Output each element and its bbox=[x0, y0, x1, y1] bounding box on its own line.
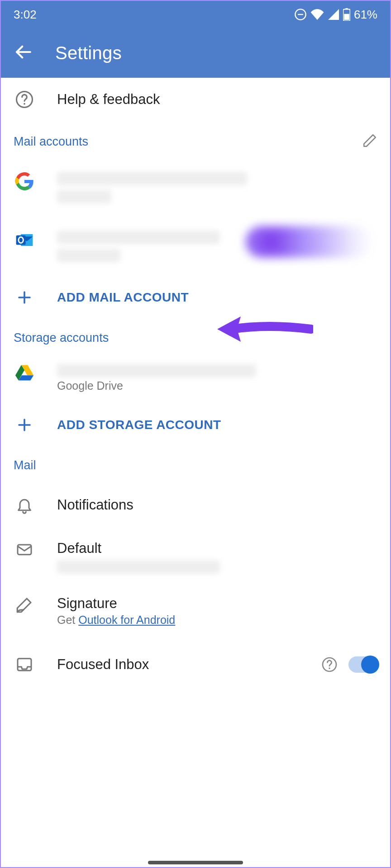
redacted-text bbox=[57, 249, 120, 262]
pencil-icon bbox=[362, 133, 377, 148]
annotation-arrow-icon bbox=[214, 311, 313, 347]
app-bar: Settings bbox=[1, 28, 390, 78]
svg-rect-4 bbox=[344, 14, 349, 20]
mail-account-google[interactable] bbox=[1, 158, 390, 217]
signature-sub: Get Outlook for Android bbox=[57, 613, 377, 627]
google-drive-icon bbox=[15, 364, 34, 381]
do-not-disturb-icon bbox=[294, 8, 307, 21]
signature-row[interactable]: Signature Get Outlook for Android bbox=[1, 585, 390, 637]
drive-sub: Google Drive bbox=[57, 379, 377, 392]
plus-icon bbox=[16, 417, 33, 433]
plus-icon bbox=[16, 289, 33, 306]
redacted-highlight bbox=[245, 226, 372, 258]
storage-account-drive[interactable]: Google Drive bbox=[1, 353, 390, 403]
signature-icon bbox=[15, 595, 34, 614]
help-feedback-row[interactable]: Help & feedback bbox=[1, 78, 390, 121]
focused-inbox-label: Focused Inbox bbox=[57, 656, 300, 673]
bell-icon bbox=[15, 496, 33, 514]
signature-label: Signature bbox=[57, 595, 377, 612]
svg-rect-3 bbox=[345, 8, 348, 9]
redacted-text bbox=[57, 231, 220, 244]
inbox-icon bbox=[15, 656, 33, 674]
svg-point-7 bbox=[24, 103, 25, 105]
redacted-text bbox=[57, 560, 220, 574]
add-storage-account-label: ADD STORAGE ACCOUNT bbox=[57, 418, 377, 432]
status-time: 3:02 bbox=[14, 8, 37, 22]
outlook-icon bbox=[15, 231, 34, 250]
section-storage-accounts: Storage accounts bbox=[1, 319, 390, 353]
status-right: 61% bbox=[294, 8, 377, 22]
default-label: Default bbox=[57, 540, 377, 557]
page-title: Settings bbox=[55, 43, 122, 63]
redacted-text bbox=[57, 364, 256, 377]
arrow-left-icon bbox=[14, 42, 33, 61]
section-label: Mail bbox=[14, 458, 36, 472]
google-icon bbox=[15, 172, 34, 191]
outlook-android-link[interactable]: Outlook for Android bbox=[78, 613, 175, 626]
cell-signal-icon bbox=[328, 9, 339, 20]
section-label: Storage accounts bbox=[14, 331, 109, 345]
section-mail-accounts: Mail accounts bbox=[1, 121, 390, 158]
svg-point-18 bbox=[329, 668, 330, 669]
add-mail-account-label: ADD MAIL ACCOUNT bbox=[57, 290, 377, 305]
section-mail: Mail bbox=[1, 447, 390, 481]
help-icon bbox=[15, 90, 34, 109]
focused-inbox-toggle[interactable] bbox=[348, 656, 377, 673]
section-label: Mail accounts bbox=[14, 135, 88, 149]
add-mail-account-button[interactable]: ADD MAIL ACCOUNT bbox=[1, 276, 390, 319]
mail-icon bbox=[15, 540, 33, 558]
svg-rect-15 bbox=[18, 545, 31, 555]
edit-accounts-button[interactable] bbox=[362, 133, 377, 150]
mail-account-outlook[interactable] bbox=[1, 217, 390, 276]
notifications-label: Notifications bbox=[57, 497, 377, 513]
home-indicator[interactable] bbox=[148, 861, 243, 864]
focused-inbox-row[interactable]: Focused Inbox bbox=[1, 637, 390, 681]
help-feedback-label: Help & feedback bbox=[57, 91, 377, 108]
back-button[interactable] bbox=[14, 42, 33, 63]
help-icon[interactable] bbox=[321, 656, 338, 673]
battery-icon bbox=[343, 8, 350, 21]
battery-percent: 61% bbox=[354, 8, 377, 22]
signature-prefix: Get bbox=[57, 613, 78, 626]
notifications-row[interactable]: Notifications bbox=[1, 481, 390, 529]
redacted-text bbox=[57, 190, 111, 203]
add-storage-account-button[interactable]: ADD STORAGE ACCOUNT bbox=[1, 403, 390, 447]
redacted-text bbox=[57, 172, 247, 185]
status-bar: 3:02 61% bbox=[1, 1, 390, 28]
default-row[interactable]: Default bbox=[1, 529, 390, 585]
wifi-icon bbox=[310, 9, 324, 20]
